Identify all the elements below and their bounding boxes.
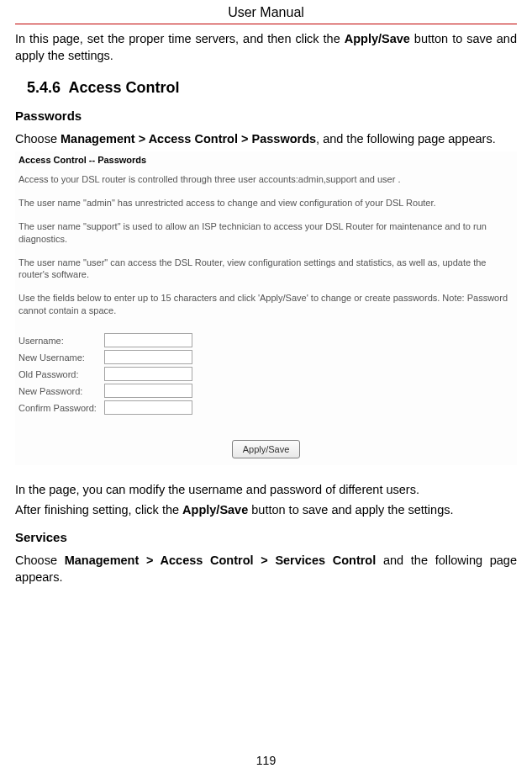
panel-p3: The user name "support" is used to allow… bbox=[15, 220, 517, 257]
services-breadcrumb: Management > Access Control > Services C… bbox=[65, 554, 377, 567]
apply-save-button[interactable]: Apply/Save bbox=[232, 440, 301, 458]
form-row-new-username: New Username: bbox=[18, 350, 514, 364]
new-password-input[interactable] bbox=[104, 384, 192, 398]
passwords-breadcrumb: Management > Access Control > Passwords bbox=[61, 132, 316, 146]
username-input[interactable] bbox=[104, 333, 192, 347]
form-row-confirm-password: Confirm Password: bbox=[18, 400, 514, 415]
services-heading: Services bbox=[15, 530, 517, 544]
intro-apply-save: Apply/Save bbox=[345, 32, 410, 45]
passwords-prefix: Choose bbox=[15, 132, 61, 146]
after-apply-save: Apply/Save bbox=[182, 503, 248, 516]
new-username-input[interactable] bbox=[104, 350, 192, 364]
intro-prefix: In this page, set the proper time server… bbox=[15, 32, 345, 45]
confirm-password-label: Confirm Password: bbox=[18, 403, 104, 413]
after-line1: In the page, you can modify the username… bbox=[15, 482, 517, 499]
services-intro: Choose Management > Access Control > Ser… bbox=[15, 553, 517, 585]
confirm-password-input[interactable] bbox=[104, 400, 192, 415]
form-row-old-password: Old Password: bbox=[18, 367, 514, 381]
after-line2: After finishing setting, click the Apply… bbox=[15, 502, 517, 519]
form-area: Username: New Username: Old Password: Ne… bbox=[15, 328, 517, 415]
panel-p5: Use the fields below to enter up to 15 c… bbox=[15, 292, 517, 328]
button-wrap: Apply/Save bbox=[15, 440, 517, 458]
section-title: Access Control bbox=[68, 79, 179, 96]
panel-title: Access Control -- Passwords bbox=[15, 151, 517, 173]
passwords-suffix: , and the following page appears. bbox=[316, 132, 496, 146]
section-number: 5.4.6 bbox=[27, 79, 61, 96]
section-heading: 5.4.6 Access Control bbox=[27, 79, 517, 97]
services-prefix: Choose bbox=[15, 554, 65, 567]
form-row-new-password: New Password: bbox=[18, 384, 514, 398]
header-divider bbox=[15, 24, 517, 24]
passwords-intro: Choose Management > Access Control > Pas… bbox=[15, 131, 517, 148]
after-line2-suffix: button to save and apply the settings. bbox=[248, 503, 453, 516]
after-line2-prefix: After finishing setting, click the bbox=[15, 503, 182, 516]
form-row-username: Username: bbox=[18, 333, 514, 347]
panel-p2: The user name "admin" has unrestricted a… bbox=[15, 197, 517, 220]
page-number: 119 bbox=[0, 754, 532, 767]
new-password-label: New Password: bbox=[18, 386, 104, 396]
intro-paragraph: In this page, set the proper time server… bbox=[15, 31, 517, 64]
old-password-label: Old Password: bbox=[18, 369, 104, 379]
new-username-label: New Username: bbox=[18, 352, 104, 363]
passwords-panel: Access Control -- Passwords Access to yo… bbox=[15, 151, 517, 465]
old-password-input[interactable] bbox=[104, 367, 192, 381]
passwords-heading: Passwords bbox=[15, 109, 517, 123]
panel-p1: Access to your DSL router is controlled … bbox=[15, 173, 517, 197]
panel-p4: The user name "user" can access the DSL … bbox=[15, 257, 517, 293]
page-title: User Manual bbox=[15, 0, 517, 24]
username-label: Username: bbox=[18, 336, 104, 346]
